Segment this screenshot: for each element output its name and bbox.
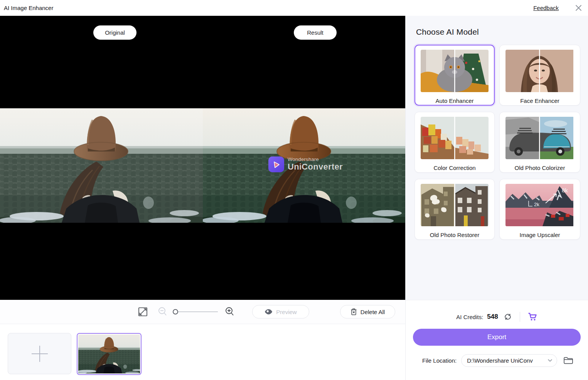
ai-credits-value: 548	[487, 313, 498, 321]
model-label: Color Correction	[421, 159, 489, 176]
zoom-out-icon[interactable]	[158, 307, 167, 317]
old-photo-colorizer-preview	[505, 117, 574, 159]
compare-icon[interactable]	[138, 307, 148, 317]
upscaler-2k-badge: 2k	[534, 202, 539, 207]
watermark-product: UniConverter	[288, 162, 343, 172]
panel-title: Choose AI Model	[416, 27, 588, 37]
result-label-pill: Result	[294, 25, 337, 40]
export-button[interactable]: Export	[413, 329, 581, 346]
close-icon[interactable]	[574, 4, 583, 12]
model-card-old-photo-restorer[interactable]: Old Photo Restorer	[414, 179, 495, 240]
chevron-down-icon	[548, 359, 552, 362]
color-correction-preview	[421, 117, 489, 159]
export-section: AI Credits: 548	[406, 300, 588, 380]
result-image: Wondershare UniConverter	[203, 108, 405, 223]
model-card-image-upscaler[interactable]: 2k 8k Image Upscaler	[499, 179, 580, 240]
model-label: Old Photo Restorer	[421, 226, 489, 243]
cart-icon[interactable]	[528, 313, 537, 321]
face-enhancer-preview	[505, 50, 574, 92]
window-title: AI Image Enhancer	[4, 5, 53, 11]
delete-all-button[interactable]: Delete All	[340, 305, 395, 319]
refresh-credits-icon[interactable]	[504, 313, 512, 321]
ai-credits-label: AI Credits:	[456, 314, 483, 320]
preview-canvas: Original Result	[0, 16, 405, 300]
model-label: Image Upscaler	[505, 226, 574, 243]
model-label: Old Photo Colorizer	[505, 159, 574, 176]
model-card-old-photo-colorizer[interactable]: Old Photo Colorizer	[499, 112, 580, 173]
model-chooser: Choose AI Model	[406, 16, 588, 300]
trash-icon	[350, 308, 357, 316]
file-location-value: D:\Wondershare UniConv	[467, 357, 548, 364]
auto-enhancer-preview	[421, 50, 489, 92]
zoom-in-icon[interactable]	[225, 307, 234, 317]
file-location-select[interactable]: D:\Wondershare UniConv	[461, 354, 557, 367]
preview-button[interactable]: Preview	[252, 305, 309, 319]
image-upscaler-preview: 2k 8k	[505, 184, 574, 226]
zoom-slider-knob[interactable]	[173, 309, 178, 314]
original-label-pill: Original	[93, 25, 136, 40]
zoom-slider-track[interactable]	[175, 311, 218, 312]
plus-icon	[31, 345, 49, 363]
title-bar: AI Image Enhancer Feedback	[0, 0, 588, 16]
model-card-face-enhancer[interactable]: Face Enhancer	[499, 45, 580, 106]
model-card-auto-enhancer[interactable]: Auto Enhancer	[414, 45, 495, 106]
image-thumbnail-selected[interactable]	[77, 333, 142, 375]
original-image	[0, 108, 203, 223]
watermark-brand: Wondershare	[288, 156, 343, 162]
side-panel: Choose AI Model	[406, 16, 588, 380]
file-location-label: File Location:	[422, 357, 457, 364]
model-label: Auto Enhancer	[421, 92, 489, 109]
eye-icon	[265, 309, 273, 315]
open-folder-icon[interactable]	[563, 356, 573, 365]
preview-button-label: Preview	[276, 309, 297, 315]
model-card-color-correction[interactable]: Color Correction	[414, 112, 495, 173]
old-photo-restorer-preview	[421, 184, 489, 226]
upscaler-8k-badge: 8k	[562, 187, 568, 193]
thumbnail-strip	[0, 324, 405, 380]
feedback-link[interactable]: Feedback	[533, 5, 559, 11]
credits-row: AI Credits: 548	[406, 312, 588, 322]
watermark: Wondershare UniConverter	[268, 156, 343, 172]
delete-all-button-label: Delete All	[361, 309, 385, 315]
model-cards: Auto Enhancer	[414, 45, 588, 240]
model-label: Face Enhancer	[505, 92, 574, 109]
uniconverter-logo-icon	[268, 156, 284, 172]
divider	[520, 312, 520, 322]
editor-area: Original Result	[0, 16, 406, 380]
preview-toolbar: Preview Delete All	[0, 300, 405, 324]
add-image-button[interactable]	[8, 333, 71, 374]
comparison-strip: Wondershare UniConverter	[0, 108, 405, 223]
file-location-row: File Location: D:\Wondershare UniConv	[422, 354, 588, 367]
